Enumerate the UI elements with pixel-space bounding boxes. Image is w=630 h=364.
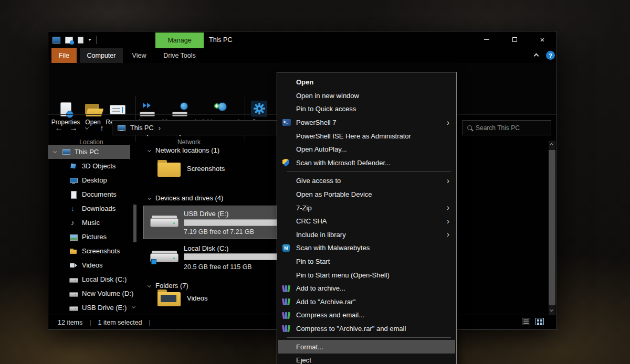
menu-item-label: Add to "Archive.rar" — [296, 298, 355, 306]
scroll-up-icon[interactable] — [550, 143, 553, 147]
menu-item-pin-to-start-menu-open-shell[interactable]: Pin to Start menu (Open-Shell) — [278, 268, 455, 282]
menu-item-label: Scan with Microsoft Defender... — [296, 159, 391, 167]
chevron-right-icon[interactable] — [158, 124, 161, 132]
manage-contextual-tab[interactable]: Manage — [155, 33, 204, 48]
submenu-arrow-icon — [447, 204, 449, 212]
app-icon — [52, 37, 60, 44]
sidebar-item-label: Pictures — [82, 233, 107, 241]
section-devices-and-drives[interactable]: Devices and drives (4) — [148, 194, 223, 202]
folder-icon — [158, 290, 181, 306]
menu-item-label: Pin to Start menu (Open-Shell) — [296, 271, 390, 279]
file-item-screenshots[interactable]: Screenshots — [158, 160, 225, 177]
menu-item-add-to-archive-rar[interactable]: Add to "Archive.rar" — [278, 295, 455, 309]
sidebar-item-local-disk-c[interactable]: Local Disk (C:) — [48, 272, 140, 286]
up-button[interactable] — [94, 120, 109, 135]
expand-chevron-icon[interactable] — [53, 149, 57, 153]
menu-item-powershell-7[interactable]: PowerShell 7 — [278, 116, 455, 130]
qat-customize-icon[interactable] — [88, 39, 91, 41]
collapse-section-icon[interactable] — [148, 284, 151, 287]
tab-file[interactable]: File — [51, 48, 77, 63]
drive-icon — [69, 290, 78, 298]
qat-properties-icon[interactable] — [65, 37, 73, 44]
menu-item-label: Open as Portable Device — [296, 190, 372, 198]
menu-item-powershell-ise-admin[interactable]: PowerShell ISE Here as Administrator — [278, 129, 455, 143]
sidebar-item-pictures[interactable]: Pictures — [48, 230, 140, 244]
menu-item-add-to-archive[interactable]: Add to archive... — [278, 282, 455, 295]
menu-item-pin-to-quick-access[interactable]: Pin to Quick access — [278, 102, 455, 116]
back-button[interactable] — [51, 120, 66, 135]
menu-item-open[interactable]: Open — [278, 76, 455, 89]
collapse-ribbon-icon[interactable] — [534, 53, 539, 59]
content-scrollbar[interactable] — [549, 141, 555, 315]
sidebar-item-downloads[interactable]: Downloads — [48, 201, 140, 216]
screenshots-folder-icon — [69, 247, 78, 255]
menu-item-label: Add to archive... — [296, 284, 345, 292]
menu-item-open-autoplay[interactable]: Open AutoPlay... — [278, 143, 455, 156]
menu-item-open-in-new-window[interactable]: Open in new window — [278, 89, 455, 103]
search-icon — [467, 125, 472, 130]
tab-computer[interactable]: Computer — [80, 48, 123, 63]
sidebar-item-documents[interactable]: Documents — [48, 187, 140, 201]
sidebar-scrollbar-thumb[interactable] — [133, 205, 136, 242]
sidebar-item-label: Documents — [82, 190, 117, 198]
sidebar-item-videos[interactable]: Videos — [48, 258, 140, 272]
menu-item-compress-to-archive-rar-and-email[interactable]: Compress to "Archive.rar" and email — [278, 322, 455, 336]
menu-item-pin-to-start[interactable]: Pin to Start — [278, 255, 455, 269]
hard-drive-icon — [150, 248, 178, 264]
sidebar-item-desktop[interactable]: Desktop — [48, 173, 140, 187]
sidebar-item-new-volume-d[interactable]: New Volume (D:) — [48, 286, 140, 301]
thumbnails-view-icon[interactable] — [536, 318, 544, 325]
breadcrumb[interactable]: This PC — [130, 124, 153, 132]
menu-item-compress-and-email[interactable]: Compress and email... — [278, 308, 455, 322]
capacity-bar — [184, 253, 281, 260]
tab-view[interactable]: View — [126, 48, 152, 63]
quick-access-toolbar — [52, 31, 97, 48]
scrollbar-thumb[interactable] — [549, 150, 555, 305]
documents-icon — [69, 190, 78, 199]
menu-item-label: Give access to — [296, 177, 341, 185]
titlebar[interactable]: Manage This PC — [48, 31, 556, 48]
forward-button[interactable] — [66, 120, 81, 135]
desktop-icon — [69, 176, 78, 185]
sidebar-item-screenshots[interactable]: Screenshots — [48, 244, 140, 258]
sidebar-item-usb-drive-e[interactable]: USB Drive (E:) — [48, 301, 140, 315]
sidebar-item-label: New Volume (D:) — [82, 290, 133, 297]
menu-item-open-as-portable-device[interactable]: Open as Portable Device — [278, 188, 455, 201]
details-view-icon[interactable] — [522, 318, 530, 325]
qat-new-folder-icon[interactable] — [78, 37, 83, 44]
menu-item-crc-sha[interactable]: CRC SHA — [278, 215, 455, 228]
recent-locations-button[interactable] — [81, 120, 92, 135]
tab-drive-tools[interactable]: Drive Tools — [155, 48, 204, 63]
collapse-section-icon[interactable] — [148, 148, 151, 152]
drive-item-local-disk[interactable]: Local Disk (C:) 20.5 GB free of 115 GB — [144, 241, 285, 274]
menu-item-format[interactable]: Format... — [278, 340, 455, 354]
sidebar-item-label: Downloads — [82, 205, 116, 212]
sidebar-item-label: Desktop — [82, 176, 107, 184]
file-item-videos[interactable]: Videos — [158, 290, 208, 306]
menu-item-label: PowerShell ISE Here as Administrator — [296, 132, 411, 140]
drive-item-usb[interactable]: USB Drive (E:) 7.19 GB free of 7.21 GB — [144, 206, 285, 239]
maximize-button[interactable] — [502, 31, 527, 48]
menu-item-scan-with-malwarebytes[interactable]: Scan with Malwarebytes — [278, 241, 455, 255]
search-box[interactable] — [462, 120, 551, 135]
collapse-section-icon[interactable] — [148, 196, 151, 200]
sidebar-item-this-pc[interactable]: This PC — [48, 145, 130, 159]
menu-item-scan-with-defender[interactable]: Scan with Microsoft Defender... — [278, 156, 455, 170]
menu-item-7-zip[interactable]: 7-Zip — [278, 201, 455, 215]
help-icon[interactable] — [546, 51, 555, 60]
sidebar-item-music[interactable]: Music — [48, 216, 140, 230]
search-input[interactable] — [476, 124, 546, 132]
menu-item-include-in-library[interactable]: Include in library — [278, 228, 455, 242]
sidebar-item-label: Videos — [82, 261, 103, 269]
menu-item-eject[interactable]: Eject — [278, 354, 455, 364]
sidebar-item-label: 3D Objects — [82, 162, 116, 170]
address-pc-icon — [117, 124, 125, 132]
minimize-button[interactable] — [475, 31, 499, 48]
menu-item-give-access-to[interactable]: Give access to — [278, 174, 455, 188]
section-network-locations[interactable]: Network locations (1) — [148, 146, 219, 154]
section-folders[interactable]: Folders (7) — [148, 282, 188, 290]
scroll-down-icon[interactable] — [550, 308, 553, 312]
close-button[interactable] — [530, 31, 554, 48]
close-icon — [540, 36, 545, 44]
sidebar-item-3d-objects[interactable]: 3D Objects — [48, 159, 140, 173]
